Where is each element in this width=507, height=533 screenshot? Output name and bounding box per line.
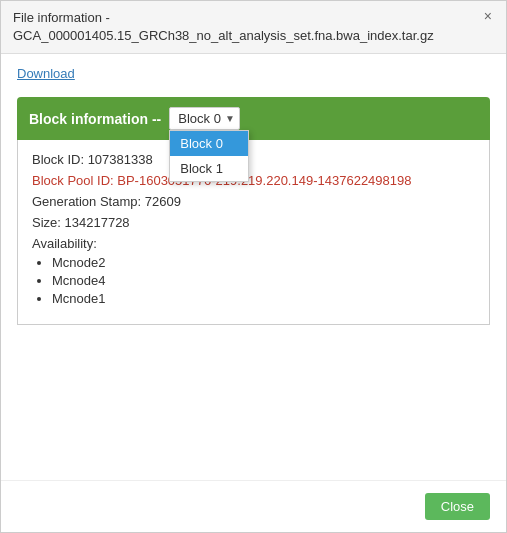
block-id-row: Block ID: 107381338	[32, 152, 475, 167]
pool-id-value: BP-1603051776-219.219.220.149-1437622498…	[117, 173, 411, 188]
modal-body: Download Block information -- Block 0 ▼ …	[1, 54, 506, 480]
list-item: Mcnode2	[52, 255, 475, 270]
block-info-header: Block information -- Block 0 ▼ Block 0 B…	[17, 97, 490, 140]
dropdown-arrow-icon: ▼	[225, 113, 235, 124]
download-link[interactable]: Download	[17, 66, 75, 81]
modal-close-x-button[interactable]: ×	[482, 9, 494, 23]
title-prefix: File information -	[13, 10, 110, 25]
modal-dialog: File information - GCA_000001405.15_GRCh…	[0, 0, 507, 533]
nodes-list: Mcnode2 Mcnode4 Mcnode1	[32, 255, 475, 306]
list-item: Mcnode4	[52, 273, 475, 288]
generation-stamp-row: Generation Stamp: 72609	[32, 194, 475, 209]
list-item: Mcnode1	[52, 291, 475, 306]
block-dropdown-menu: Block 0 Block 1	[169, 130, 249, 182]
availability-label: Availability:	[32, 236, 97, 251]
block-id-value: 107381338	[88, 152, 153, 167]
modal-header: File information - GCA_000001405.15_GRCh…	[1, 1, 506, 54]
block-details-panel: Block ID: 107381338 Block Pool ID: BP-16…	[17, 140, 490, 325]
block-info-label: Block information --	[29, 111, 161, 127]
close-button[interactable]: Close	[425, 493, 490, 520]
generation-stamp-value: 72609	[145, 194, 181, 209]
block-selector-button[interactable]: Block 0 ▼	[169, 107, 240, 130]
pool-id-row: Block Pool ID: BP-1603051776-219.219.220…	[32, 173, 475, 188]
generation-stamp-label: Generation Stamp:	[32, 194, 141, 209]
pool-id-label: Block Pool ID:	[32, 173, 114, 188]
modal-title: File information - GCA_000001405.15_GRCh…	[13, 9, 434, 45]
dropdown-item-block0[interactable]: Block 0	[170, 131, 248, 156]
block-selector-container: Block 0 ▼ Block 0 Block 1	[169, 107, 240, 130]
availability-row: Availability: Mcnode2 Mcnode4 Mcnode1	[32, 236, 475, 306]
dropdown-item-block1[interactable]: Block 1	[170, 156, 248, 181]
block-selector-value: Block 0	[178, 111, 221, 126]
size-row: Size: 134217728	[32, 215, 475, 230]
title-filename: GCA_000001405.15_GRCh38_no_alt_analysis_…	[13, 28, 434, 43]
block-id-label: Block ID:	[32, 152, 84, 167]
block-info-section: Block information -- Block 0 ▼ Block 0 B…	[17, 97, 490, 325]
size-value: 134217728	[65, 215, 130, 230]
modal-footer: Close	[1, 480, 506, 532]
size-label: Size:	[32, 215, 61, 230]
